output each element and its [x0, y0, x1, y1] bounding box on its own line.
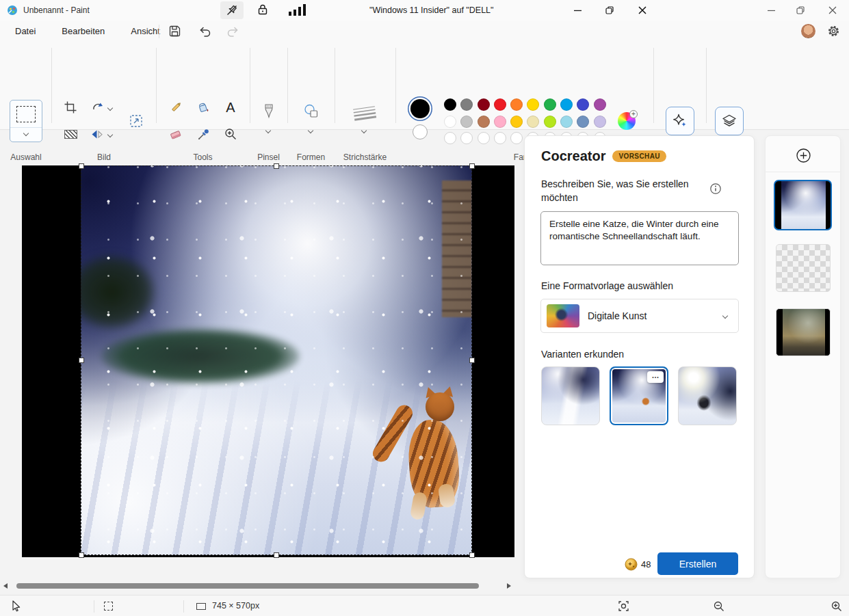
layer-thumbnail-1-selected[interactable]	[774, 180, 832, 230]
scroll-right-icon[interactable]	[507, 583, 511, 589]
selection-tool-button[interactable]	[10, 100, 42, 142]
canvas-image-winter-scene[interactable]	[81, 165, 472, 555]
color-swatch[interactable]	[494, 116, 506, 128]
brushes-chevron-icon[interactable]	[265, 128, 271, 133]
shapes-chevron-icon[interactable]	[308, 128, 313, 133]
unpin-button[interactable]	[220, 1, 244, 19]
flip-chevron-icon[interactable]	[107, 132, 113, 137]
menu-datei[interactable]: Datei	[8, 21, 42, 42]
session-close-button[interactable]	[629, 0, 656, 21]
color-swatch-empty[interactable]	[460, 132, 473, 144]
account-avatar[interactable]	[801, 24, 815, 38]
layer-thumbnail-2-transparent[interactable]	[776, 244, 831, 292]
magnifier-tool-button[interactable]	[222, 126, 239, 142]
primary-color[interactable]	[410, 99, 430, 118]
layers-icon	[721, 113, 737, 129]
color-swatch[interactable]	[478, 98, 490, 111]
prompt-input[interactable]: Erstelle eine Katze, die Winter durch ei…	[540, 211, 739, 265]
variant-more-button[interactable]: …	[647, 371, 664, 383]
stroke-width-button[interactable]	[350, 104, 379, 122]
color-swatch-empty[interactable]	[510, 132, 523, 144]
color-swatch[interactable]	[544, 98, 556, 111]
status-bar: 745 × 570px 100 %	[0, 595, 849, 616]
variant-thumbnail-2-selected[interactable]: …	[610, 366, 668, 425]
save-button[interactable]	[168, 25, 181, 38]
secondary-color[interactable]	[413, 124, 428, 139]
zoom-in-button[interactable]	[831, 600, 843, 613]
session-minimize-button[interactable]	[564, 0, 591, 21]
stroke-width-chevron-icon[interactable]	[361, 128, 367, 133]
cocreator-button[interactable]	[666, 107, 694, 135]
color-swatch[interactable]	[577, 98, 589, 111]
host-minimize-button[interactable]	[757, 0, 785, 21]
color-swatch[interactable]	[594, 98, 606, 111]
color-swatch[interactable]	[444, 98, 456, 111]
color-swatch[interactable]	[478, 116, 490, 128]
color-swatch-empty[interactable]	[444, 132, 456, 144]
prompt-label: Beschreiben Sie, was Sie erstellen möcht…	[541, 177, 702, 204]
scrollbar-thumb[interactable]	[16, 583, 479, 589]
eraser-tool-button[interactable]	[168, 126, 184, 142]
color-swatch[interactable]	[560, 116, 573, 128]
color-swatch[interactable]	[510, 98, 523, 111]
crop-button[interactable]	[62, 99, 79, 116]
color-swatch[interactable]	[527, 98, 539, 111]
variant-thumbnail-3[interactable]	[678, 366, 737, 425]
variant-thumbnail-1[interactable]	[541, 366, 600, 425]
lock-icon[interactable]	[256, 3, 270, 16]
color-swatch[interactable]	[444, 116, 456, 128]
color-swatch[interactable]	[510, 116, 523, 128]
color-swatch[interactable]	[460, 98, 473, 111]
add-layer-button[interactable]	[796, 148, 811, 163]
shapes-button[interactable]	[302, 101, 321, 122]
layers-button[interactable]	[715, 107, 744, 135]
color-swatch[interactable]	[544, 116, 556, 128]
info-icon[interactable]	[709, 183, 722, 195]
cocreator-title: Cocreator	[541, 148, 605, 164]
settings-gear-icon[interactable]	[826, 24, 841, 38]
color-swatch[interactable]	[494, 98, 506, 111]
color-swatch[interactable]	[560, 98, 573, 111]
text-tool-button[interactable]: A	[222, 99, 239, 116]
create-button[interactable]: Erstellen	[657, 552, 738, 575]
pencil-tool-button[interactable]	[168, 99, 184, 116]
color-swatch[interactable]	[577, 116, 589, 128]
menu-bearbeiten[interactable]: Bearbeiten	[55, 21, 112, 42]
signal-bars-icon[interactable]	[287, 3, 306, 17]
layer-thumbnail-3[interactable]	[776, 308, 831, 356]
fit-to-screen-button[interactable]	[617, 600, 630, 613]
zoom-out-button[interactable]	[713, 600, 725, 613]
brushes-button[interactable]	[259, 101, 278, 122]
resize-button[interactable]	[128, 113, 144, 129]
style-thumbnail	[547, 304, 579, 327]
canvas[interactable]	[22, 165, 514, 557]
group-label-strichstaerke: Strichstärke	[335, 152, 395, 162]
color-swatch-empty[interactable]	[478, 132, 490, 144]
eyedropper-tool-button[interactable]	[195, 126, 211, 142]
host-close-button[interactable]	[819, 0, 846, 21]
style-dropdown[interactable]: Digitale Kunst	[540, 299, 739, 333]
horizontal-scrollbar[interactable]	[1, 580, 513, 591]
unpin-icon	[226, 4, 238, 16]
color-swatch[interactable]	[594, 116, 606, 128]
session-restore-button[interactable]	[596, 0, 623, 21]
menu-ansicht[interactable]: Ansicht	[124, 21, 167, 42]
redo-button[interactable]	[226, 25, 239, 38]
text-tool-icon: A	[226, 100, 235, 116]
flip-button[interactable]	[89, 126, 105, 142]
group-label-pinsel: Pinsel	[250, 152, 287, 162]
rotate-chevron-icon[interactable]	[107, 105, 113, 111]
undo-button[interactable]	[198, 25, 211, 38]
color-swatch[interactable]	[527, 116, 539, 128]
canvas-size-icon	[196, 603, 206, 610]
color-swatch[interactable]	[460, 116, 473, 128]
color-swatch-empty[interactable]	[494, 132, 506, 144]
scroll-left-icon[interactable]	[3, 583, 8, 589]
menu-bar: Datei Bearbeiten Ansicht	[0, 21, 849, 42]
cocreator-panel: Cocreator VORSCHAU Beschreiben Sie, was …	[524, 135, 755, 578]
host-restore-button[interactable]	[787, 0, 814, 21]
fill-tool-button[interactable]	[195, 99, 211, 116]
falling-snow	[81, 165, 472, 555]
selection-options-button[interactable]	[62, 126, 79, 142]
rotate-button[interactable]	[89, 99, 105, 116]
